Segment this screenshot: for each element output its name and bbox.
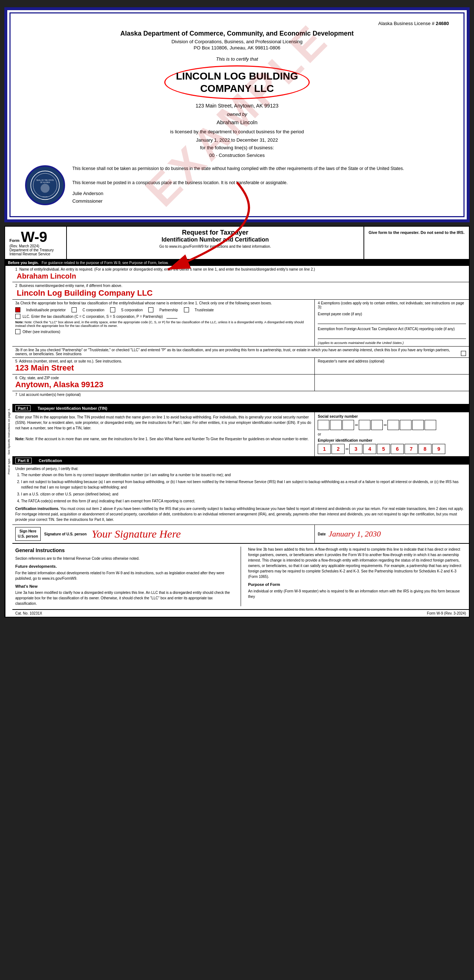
w9-main-title: Request for Taxpayer [74,229,356,237]
cert-po-box: PO Box 110806, Juneau, AK 99811-0806 [25,45,449,51]
owner-name: Abraham Lincoln [25,119,449,125]
w9-trust-checkbox[interactable] [184,307,189,312]
w9-other-checkbox[interactable] [15,329,20,334]
w9-ssn-box-7[interactable] [400,420,412,430]
w9-cert-list: The number shown on this form is my corr… [21,472,466,504]
w9-cert-instructions: Certification instructions. You must cro… [15,506,466,522]
w9-individual-checkbox[interactable] [15,307,20,312]
w9-main-content: Print or type. See Specific Instructions… [5,266,469,617]
cert-footer-text: This license shall not be taken as permi… [72,165,404,205]
w9-requester-box: Requester's name and address (optional) [315,358,469,374]
w9-gen-right: New line 3b has been added to this form.… [241,547,466,606]
w9-ein-box-2[interactable]: 2 [332,444,345,454]
w9-field-3b: 3b If on line 3a you checked "Partnershi… [12,347,469,358]
owned-by-label: owned by [25,111,449,117]
commissioner-name: Julie Anderson Commissioner [72,190,404,205]
w9-content-area: 1 Name of entity/individual. An entry is… [12,266,469,617]
w9-scorp-checkbox[interactable] [110,307,115,312]
w9-tin-boxes: Social security number – – [315,412,469,456]
licensed-text: is licensed by the department to conduct… [25,129,449,134]
w9-field-1: 1 Name of entity/individual. An entry is… [12,266,469,282]
w9-ssn-box-6[interactable] [388,420,399,430]
w9-col-4: 4 Exemptions (codes apply only to certai… [315,300,469,346]
w9-part1-label: Part I [15,406,30,411]
w9-side-print-label: Print or type. See Specific Instructions… [5,266,12,617]
w9-ssn-box-4[interactable] [359,420,370,430]
svg-text:SEAL OF THE STATE: SEAL OF THE STATE [36,180,54,181]
w9-date-value: January 1, 2030 [329,529,381,539]
w9-checkbox-row1: Individual/sole proprietor C corporation… [15,307,311,312]
w9-llc-row: LLC. Enter the tax classification (C = C… [15,314,311,319]
company-name-line2: COMPANY LLC [173,83,301,95]
business-code: 00 - Construction Services [25,153,449,158]
w9-ssn-box-9[interactable] [425,420,436,430]
w9-gen-left: General Instructions Section references … [15,547,241,606]
license-number: Alaska Business License # 24680 [25,21,449,26]
company-name-line1: LINCOLN LOG BUILDING [173,70,301,83]
w9-tin-section: Enter your TIN in the appropriate box. T… [12,412,469,457]
w9-ein-boxes: 1 2 – 3 4 5 6 7 8 9 [318,444,466,454]
w9-field1-value[interactable]: Abraham Lincoln [15,272,466,280]
w9-ein-box-7[interactable]: 7 [405,444,418,454]
w9-field6-value[interactable]: Anytown, Alaska 99123 [15,380,311,390]
w9-footer: Cat. No. 10231X Form W-9 (Rev. 3-2024) [12,609,469,617]
w9-ssn-boxes: – – [318,420,466,430]
w9-field-6-row: 6 City, state, and ZIP code Anytown, Ala… [12,374,469,391]
w9-signature-value[interactable]: Your Signature Here [92,528,181,540]
division-name: Division of Corporations, Business, and … [25,39,449,44]
w9-exempt-payee: Exempt payee code (if any) [318,312,466,324]
w9-form-id: Form W-9 (Rev. March 2024) Department of… [5,227,67,259]
w9-general-instructions: General Instructions Section references … [12,544,469,609]
w9-fatca-label: Exemption from Foreign Account Tax Compl… [318,327,466,339]
w9-ein-box-1[interactable]: 1 [318,444,331,454]
certify-text: This is to certify that [25,56,449,62]
w9-url: Go to www.irs.gov/FormW9 for instruction… [74,245,356,248]
w9-sign-left: Sign Here U.S. person Signature of U.S. … [12,525,315,543]
w9-certification: Under penalties of perjury, I certify th… [12,465,469,525]
w9-note: Note: Note: Check the "LLC" box above an… [15,320,311,328]
w9-ssn-box-2[interactable] [330,420,342,430]
w9-ein-box-5[interactable]: 5 [377,444,390,454]
company-address: 123 Main Street, Anytown, AK 99123 [25,103,449,108]
agency-name: Alaska Department of Commerce, Community… [25,30,449,37]
w9-title-section: Request for Taxpayer Identification Numb… [67,227,364,259]
w9-sign-row: Sign Here U.S. person Signature of U.S. … [12,525,469,544]
state-seal: SEAL OF THE STATE OF ALASKA ★ ★ ★ [25,165,65,205]
w9-3a-label: 3a Check the appropriate box for federal… [15,301,311,305]
w9-form-number: W-9 [21,229,48,244]
w9-ccorp-checkbox[interactable] [72,307,77,312]
w9-sign-right: Date January 1, 2030 [315,525,469,543]
w9-form: Form W-9 (Rev. March 2024) Department of… [4,226,470,617]
w9-ein-box-4[interactable]: 4 [363,444,376,454]
w9-signature-label: Signature of U.S. person [44,532,87,536]
w9-other-row: Other (see instructions) [15,329,311,334]
w9-part2-header: Part II Certification [12,457,469,465]
certificate-inner: EXAMPLE Alaska Business License # 24680 … [10,12,464,217]
w9-ein-box-3[interactable]: 3 [350,444,362,454]
svg-point-4 [41,184,50,193]
w9-ein-box-9[interactable]: 9 [432,444,445,454]
license-period: January 1, 2022 to December 31, 2022 [25,137,449,143]
w9-ssn-box-8[interactable] [412,420,424,430]
w9-3b-checkbox[interactable] [461,351,466,356]
company-oval: LINCOLN LOG BUILDING COMPANY LLC [164,65,310,99]
w9-ein-box-6[interactable]: 6 [391,444,404,454]
svg-text:★ ★ ★: ★ ★ ★ [43,196,48,197]
w9-part1-header: Part I Taxpayer Identification Number (T… [12,404,469,412]
w9-ssn-box-5[interactable] [371,420,383,430]
w9-form-rev: (Rev. March 2024) [10,244,62,248]
cert-item-4: The FATCA code(s) entered on this form (… [21,498,466,504]
w9-llc-checkbox[interactable] [15,314,20,319]
w9-fatca-note: (Applies to accounts maintained outside … [318,341,466,345]
w9-subtitle: Identification Number and Certification [74,237,356,243]
w9-field2-value[interactable]: Lincoln Log Building Company LLC [15,288,466,298]
w9-header: Form W-9 (Rev. March 2024) Department of… [5,227,469,260]
w9-field5-value[interactable]: 123 Main Street [15,363,311,373]
cert-footer: SEAL OF THE STATE OF ALASKA ★ ★ ★ This l… [25,165,449,205]
w9-ssn-box-3[interactable] [342,420,354,430]
cert-item-1: The number shown on this form is my corr… [21,472,466,478]
w9-col-3a: 3a Check the appropriate box for federal… [12,300,315,346]
w9-partnership-checkbox[interactable] [148,307,153,312]
w9-ssn-box-1[interactable] [318,420,329,430]
w9-ein-box-8[interactable]: 8 [418,444,431,454]
